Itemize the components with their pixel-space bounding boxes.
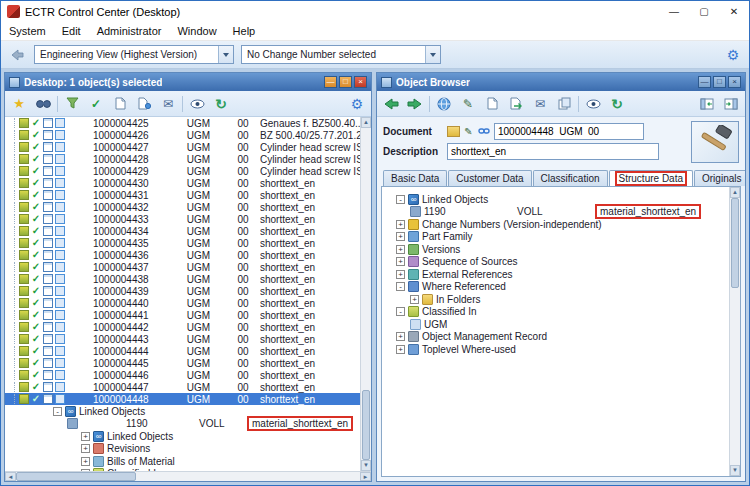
panel-close-button[interactable]: × [728,76,741,88]
tree-item[interactable]: + Versions [388,243,729,256]
document-row[interactable]: ✓ 1000004436 UGM 00 shorttext_en [5,249,360,261]
document-row[interactable]: ✓ 1000004431 UGM 00 shorttext_en [5,189,360,201]
document-row[interactable]: ✓ 1000004447 UGM 00 shorttext_en [5,381,360,393]
document-row[interactable]: ✓ 1000004425 UGM 00 Genaues f. BZ500.40.… [5,117,360,129]
panel-maximize-button[interactable]: □ [339,76,352,88]
panel-maximize-button[interactable]: □ [713,76,726,88]
panel-settings-gear-icon[interactable]: ⚙ [347,94,367,114]
expander-icon[interactable]: + [410,295,419,304]
document-row[interactable]: ✓ 1000004430 UGM 00 shorttext_en [5,177,360,189]
scroll-thumb[interactable] [16,472,136,481]
scroll-down-icon[interactable]: ▼ [361,460,371,471]
favorites-star-icon[interactable]: ★ [9,94,29,114]
document-row[interactable]: ✓ 1000004439 UGM 00 shorttext_en [5,285,360,297]
expander-icon[interactable]: - [53,407,62,416]
scroll-track[interactable] [361,128,371,390]
view-eye-icon[interactable] [583,94,603,114]
horizontal-scrollbar[interactable]: ◄ ► [5,471,371,481]
mail-icon[interactable]: ✉ [158,94,178,114]
tree-item[interactable]: UGM [388,318,729,331]
history-back-icon[interactable] [381,94,401,114]
scroll-down-icon[interactable]: ▼ [730,465,740,476]
history-forward-icon[interactable] [405,94,425,114]
tree-item[interactable]: + Sequence of Sources [388,256,729,269]
globe-icon[interactable] [434,94,454,114]
expander-icon[interactable]: - [396,282,405,291]
object-browser-header[interactable]: Object Browser — □ × [377,73,745,91]
tree-item[interactable]: - Where Referenced [388,281,729,294]
expander-icon[interactable]: + [396,332,405,341]
expander-icon[interactable]: + [81,457,90,466]
document-row[interactable]: ✓ 1000004433 UGM 00 shorttext_en [5,213,360,225]
validate-check-icon[interactable]: ✓ [86,94,106,114]
menu-item[interactable]: Edit [54,25,89,37]
menu-item[interactable]: Help [225,25,264,37]
tree-item[interactable]: 1190 VOLL material_shorttext_en [388,206,729,219]
minimize-button[interactable]: — [659,1,689,22]
document-row[interactable]: ✓ 1000004440 UGM 00 shorttext_en [5,297,360,309]
scroll-thumb[interactable] [362,390,370,460]
document-row[interactable]: ✓ 1000004426 UGM 00 BZ 500.40/25.77.201.… [5,129,360,141]
copy-documents-icon[interactable] [554,94,574,114]
new-document-icon[interactable] [482,94,502,114]
tree-item[interactable]: + In Folders [388,293,729,306]
tree-item[interactable]: + Object Management Record [388,331,729,344]
tree-item[interactable]: + Part Family [388,231,729,244]
document-row[interactable]: ✓ 1000004444 UGM 00 shorttext_en [5,345,360,357]
document-row[interactable]: ✓ 1000004434 UGM 00 shorttext_en [5,225,360,237]
scroll-up-icon[interactable]: ▲ [361,117,371,128]
document-row[interactable]: ✓ 1000004429 UGM 00 Cylinder head screw … [5,165,360,177]
tree-item[interactable]: + Revisions [5,443,360,456]
expander-icon[interactable]: + [396,345,405,354]
description-field[interactable] [447,143,659,160]
refresh-icon[interactable]: ↻ [607,94,627,114]
maximize-button[interactable]: ▢ [689,1,719,22]
desktop-panel-header[interactable]: Desktop: 1 object(s) selected — □ × [5,73,371,91]
menu-item[interactable]: Window [169,25,224,37]
document-row[interactable]: ✓ 1000004442 UGM 00 shorttext_en [5,321,360,333]
scroll-track[interactable] [136,472,360,481]
document-row[interactable]: ✓ 1000004448 UGM 00 shorttext_en [5,393,360,405]
close-button[interactable]: ✕ [719,1,749,22]
menu-item[interactable]: System [1,25,54,37]
change-number-dropdown[interactable]: No Change Number selected [241,45,441,64]
panel-minimize-button[interactable]: — [698,76,711,88]
dock-panel-right-icon[interactable] [721,94,741,114]
view-eye-icon[interactable] [187,94,207,114]
vertical-scrollbar[interactable]: ▲ ▼ [360,117,371,471]
expander-icon[interactable]: + [396,220,405,229]
expander-icon[interactable]: + [81,444,90,453]
panel-close-button[interactable]: × [354,76,367,88]
chevron-down-icon[interactable] [425,46,440,63]
mail-icon[interactable]: ✉ [530,94,550,114]
filter-icon[interactable] [62,94,82,114]
chevron-down-icon[interactable] [218,46,233,63]
scroll-track[interactable] [730,288,740,465]
dock-panel-left-icon[interactable] [697,94,717,114]
panel-minimize-button[interactable]: — [324,76,337,88]
nav-back-icon[interactable] [7,45,27,65]
expander-icon[interactable]: + [396,257,405,266]
settings-gear-icon[interactable]: ⚙ [723,45,743,65]
document-settings-icon[interactable] [134,94,154,114]
expander-icon[interactable]: - [396,307,405,316]
tree-item[interactable]: + Toplevel Where-used [388,343,729,356]
refresh-icon[interactable]: ↻ [211,94,231,114]
document-row[interactable]: ✓ 1000004437 UGM 00 shorttext_en [5,261,360,273]
edit-pencil-icon[interactable]: ✎ [458,94,478,114]
expander-icon[interactable]: + [396,232,405,241]
document-number-field[interactable] [494,123,644,140]
document-edit-icon[interactable]: ✎ [462,125,475,138]
tab[interactable]: Basic Data [383,170,447,186]
expander-icon[interactable]: + [396,245,405,254]
tree-item[interactable]: + External References [388,268,729,281]
document-row[interactable]: ✓ 1000004445 UGM 00 shorttext_en [5,357,360,369]
scroll-right-icon[interactable]: ► [360,472,371,481]
export-document-icon[interactable] [506,94,526,114]
new-document-icon[interactable] [110,94,130,114]
document-row[interactable]: ✓ 1000004427 UGM 00 Cylinder head screw … [5,141,360,153]
document-row[interactable]: ✓ 1000004428 UGM 00 Cylinder head screw … [5,153,360,165]
document-folder-icon[interactable] [447,126,460,137]
document-row[interactable]: ✓ 1000004441 UGM 00 shorttext_en [5,309,360,321]
tree-item[interactable]: + Change Numbers (Version-independent) [388,218,729,231]
